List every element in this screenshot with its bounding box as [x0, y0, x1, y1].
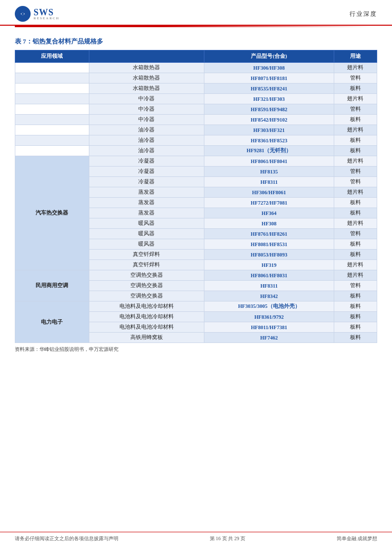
cell-app2: 蒸发器: [89, 198, 204, 208]
cell-use: 板料: [334, 291, 377, 301]
table-row: 水箱散热器HF306/HF308翅片料: [15, 63, 377, 73]
cell-app2: 电池料及电池冷却材料: [89, 301, 204, 312]
cell-app1-empty: [15, 125, 89, 135]
col-header-app: 应用领域: [15, 50, 89, 63]
main-content: 表 7：铝热复合材料产品规格多 应用领域 产品型号(合金) 用途 水箱散热器HF…: [0, 27, 392, 363]
cell-app1-empty: [15, 115, 89, 125]
cell-app2: 中冷器: [89, 104, 204, 115]
cell-app2: 冷凝器: [89, 156, 204, 167]
footer: 请务必仔细阅读正文之后的各项信息披露与声明 第 16 页 共 29 页 简单金融…: [0, 532, 392, 545]
cell-model: HF319: [204, 260, 334, 270]
cell-use: 管料: [334, 281, 377, 291]
cell-app2: 油冷器: [89, 146, 204, 156]
cell-model: HF8535/HF8241: [204, 84, 334, 94]
table-row: 电力电子电池料及电池冷却材料HF3035/3005（电池外壳）板料: [15, 301, 377, 312]
cell-use: 板料: [334, 250, 377, 260]
cell-use: 管料: [334, 167, 377, 177]
logo-area: SWS RESEARCH: [15, 6, 60, 22]
cell-model: HF8011/HF7381: [204, 322, 334, 333]
table-row: 油冷器HF8361/HF8523板料: [15, 135, 377, 146]
col-header-use: 用途: [334, 50, 377, 63]
cell-app2: 蒸发器: [89, 208, 204, 218]
cell-app1: 民用商用空调: [15, 270, 89, 301]
cell-use: 管料: [334, 229, 377, 239]
table-row: 中冷器HF321/HF303翅片料: [15, 94, 377, 104]
cell-app2: 暖风器: [89, 239, 204, 250]
cell-app1-empty: [15, 135, 89, 146]
cell-model: HF8342: [204, 291, 334, 301]
cell-model: HF8761/HF8261: [204, 229, 334, 239]
cell-app2: 中冷器: [89, 94, 204, 104]
cell-app2: 水箱散热器: [89, 63, 204, 73]
cell-model: HF9281（无钎剂）: [204, 146, 334, 156]
cell-model: HF8591/HF9482: [204, 104, 334, 115]
cell-model: HF8361/9792: [204, 312, 334, 322]
cell-use: 管料: [334, 73, 377, 84]
cell-use: 板料: [334, 84, 377, 94]
cell-use: 翅片料: [334, 260, 377, 270]
header-tag: 行业深度: [350, 10, 377, 18]
cell-use: 板料: [334, 333, 377, 343]
cell-model: HF308: [204, 218, 334, 229]
table-row: 汽车热交换器冷凝器HF8061/HF8041翅片料: [15, 156, 377, 167]
cell-app2: 水箱散热器: [89, 73, 204, 84]
cell-use: 板料: [334, 322, 377, 333]
cell-model: HF8542/HF9102: [204, 115, 334, 125]
cell-app2: 空调热交换器: [89, 270, 204, 281]
cell-use: 板料: [334, 115, 377, 125]
cell-model: HF8061/HF8041: [204, 156, 334, 167]
cell-app2: 油冷器: [89, 125, 204, 135]
cell-app2: 油冷器: [89, 135, 204, 146]
cell-app1-empty: [15, 104, 89, 115]
cell-app2: 电池料及电池冷却材料: [89, 312, 204, 322]
cell-app2: 高铁用蜂窝板: [89, 333, 204, 343]
cell-app1-empty: [15, 84, 89, 94]
cell-model: HF8081/HF8531: [204, 239, 334, 250]
cell-use: 翅片料: [334, 270, 377, 281]
footer-page: 第 16 页 共 29 页: [210, 535, 246, 542]
cell-use: 翅片料: [334, 218, 377, 229]
logo-research-label: RESEARCH: [34, 17, 60, 20]
cell-use: 管料: [334, 104, 377, 115]
logo-icon: [15, 6, 31, 22]
cell-app2: 蒸发器: [89, 187, 204, 198]
cell-model: HF303/HF321: [204, 125, 334, 135]
cell-app2: 中冷器: [89, 115, 204, 125]
table-row: 中冷器HF8542/HF9102板料: [15, 115, 377, 125]
cell-app1-empty: [15, 73, 89, 84]
cell-model: HF306/HF308: [204, 63, 334, 73]
cell-app2: 冷凝器: [89, 167, 204, 177]
cell-model: HF8135: [204, 167, 334, 177]
cell-use: 翅片料: [334, 156, 377, 167]
cell-model: HF364: [204, 208, 334, 218]
logo-text: SWS RESEARCH: [34, 8, 60, 20]
col-header-app2: [89, 50, 204, 63]
cell-app2: 冷凝器: [89, 177, 204, 187]
cell-model: HF8061/HF8031: [204, 270, 334, 281]
cell-use: 翅片料: [334, 125, 377, 135]
cell-app1: 电力电子: [15, 301, 89, 343]
table-title: 表 7：铝热复合材料产品规格多: [15, 37, 377, 46]
cell-model: HF306/HF8061: [204, 187, 334, 198]
cell-use: 板料: [334, 135, 377, 146]
footer-disclaimer: 请务必仔细阅读正文之后的各项信息披露与声明: [15, 535, 118, 542]
logo-sws-label: SWS: [34, 8, 60, 17]
cell-use: 管料: [334, 177, 377, 187]
col-header-model: 产品型号(合金): [204, 50, 334, 63]
svg-point-1: [22, 13, 24, 15]
cell-app2: 真空钎焊料: [89, 260, 204, 270]
cell-model: HF7272/HF7081: [204, 198, 334, 208]
table-row: 水箱散热器HF8071/HF8181管料: [15, 73, 377, 84]
footer-slogan: 简单金融 成就梦想: [337, 535, 378, 542]
cell-use: 板料: [334, 208, 377, 218]
cell-model: HF8311: [204, 281, 334, 291]
cell-app1-empty: [15, 94, 89, 104]
cell-use: 板料: [334, 198, 377, 208]
cell-use: 板料: [334, 301, 377, 312]
cell-use: 翅片料: [334, 187, 377, 198]
cell-model: HF3035/3005（电池外壳）: [204, 301, 334, 312]
cell-app1-empty: [15, 63, 89, 73]
cell-app2: 水箱散热器: [89, 84, 204, 94]
header: SWS RESEARCH 行业深度: [0, 0, 392, 26]
table-row: 油冷器HF303/HF321翅片料: [15, 125, 377, 135]
